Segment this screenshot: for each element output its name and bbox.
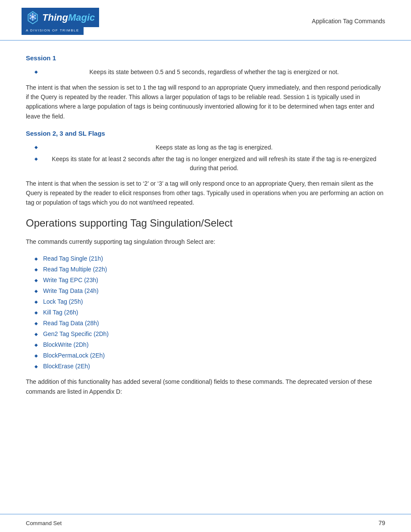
list-item: Gen2 Tag Specific (2Dh) bbox=[34, 330, 385, 339]
list-item: Write Tag EPC (23h) bbox=[34, 276, 385, 285]
logo-subtitle: A DIVISION OF TRIMBLE bbox=[22, 27, 84, 35]
logo-icon bbox=[26, 11, 40, 25]
operations-link-list: Read Tag Single (21h) Read Tag Multiple … bbox=[34, 254, 385, 371]
footer-left: Command Set bbox=[26, 519, 62, 528]
list-item: BlockWrite (2Dh) bbox=[34, 340, 385, 349]
logo-text: ThingMagic bbox=[42, 10, 95, 25]
footer: Command Set 79 bbox=[0, 514, 411, 532]
list-item: Kill Tag (26h) bbox=[34, 308, 385, 317]
logo-thing: Thing bbox=[42, 12, 68, 23]
link-write-tag-data[interactable]: Write Tag Data (24h) bbox=[43, 287, 99, 294]
operations-intro: The commands currently supporting tag si… bbox=[26, 237, 385, 246]
link-kill-tag[interactable]: Kill Tag (26h) bbox=[43, 309, 78, 316]
operations-footer-text: The addition of this functionality has a… bbox=[26, 377, 385, 396]
logo-container: ThingMagic A DIVISION OF TRIMBLE bbox=[22, 8, 99, 35]
operations-section: Operations supporting Tag Singulation/Se… bbox=[26, 215, 385, 396]
session1-section: Session 1 Keeps its state between 0.5 an… bbox=[26, 53, 385, 121]
list-item: Read Tag Single (21h) bbox=[34, 254, 385, 263]
list-item: Read Tag Multiple (22h) bbox=[34, 265, 385, 274]
list-item: Write Tag Data (24h) bbox=[34, 286, 385, 296]
main-content: Session 1 Keeps its state between 0.5 an… bbox=[0, 40, 411, 514]
session2-body: The intent is that when the session is s… bbox=[26, 179, 385, 208]
list-item: BlockPermaLock (2Eh) bbox=[34, 351, 385, 360]
session1-bullet-list: Keeps its state between 0.5 and 5 second… bbox=[34, 68, 385, 77]
session1-body: The intent is that when the session is s… bbox=[26, 83, 385, 121]
link-blockwrite[interactable]: BlockWrite (2Dh) bbox=[43, 341, 89, 348]
session2-bullet-list: Keeps state as long as the tag is energi… bbox=[34, 143, 385, 173]
header: ThingMagic A DIVISION OF TRIMBLE Applica… bbox=[0, 0, 411, 40]
link-write-tag-epc[interactable]: Write Tag EPC (23h) bbox=[43, 277, 98, 283]
list-item: BlockErase (2Eh) bbox=[34, 362, 385, 371]
session2-bullet-2: Keeps its state for at least 2 seconds a… bbox=[34, 155, 385, 173]
list-item: Read Tag Data (28h) bbox=[34, 319, 385, 328]
link-blockerase[interactable]: BlockErase (2Eh) bbox=[43, 363, 90, 370]
session1-heading: Session 1 bbox=[26, 53, 385, 63]
logo-magic: Magic bbox=[68, 12, 95, 23]
link-read-tag-data[interactable]: Read Tag Data (28h) bbox=[43, 320, 99, 327]
footer-page-number: 79 bbox=[378, 519, 385, 528]
link-gen2-tag-specific[interactable]: Gen2 Tag Specific (2Dh) bbox=[43, 330, 109, 337]
link-read-tag-multiple[interactable]: Read Tag Multiple (22h) bbox=[43, 266, 107, 273]
session2-bullet-1: Keeps state as long as the tag is energi… bbox=[34, 143, 385, 152]
logo-box: ThingMagic bbox=[22, 8, 99, 27]
page: ThingMagic A DIVISION OF TRIMBLE Applica… bbox=[0, 0, 411, 532]
session1-bullet-1: Keeps its state between 0.5 and 5 second… bbox=[34, 68, 385, 77]
link-read-tag-single[interactable]: Read Tag Single (21h) bbox=[43, 255, 103, 262]
session2-section: Session 2, 3 and SL Flags Keeps state as… bbox=[26, 129, 385, 208]
operations-heading: Operations supporting Tag Singulation/Se… bbox=[26, 215, 385, 231]
session2-heading: Session 2, 3 and SL Flags bbox=[26, 129, 385, 139]
link-blockpermalock[interactable]: BlockPermaLock (2Eh) bbox=[43, 352, 105, 359]
list-item: Lock Tag (25h) bbox=[34, 297, 385, 306]
link-lock-tag[interactable]: Lock Tag (25h) bbox=[43, 298, 83, 305]
header-title: Application Tag Commands bbox=[312, 17, 385, 26]
